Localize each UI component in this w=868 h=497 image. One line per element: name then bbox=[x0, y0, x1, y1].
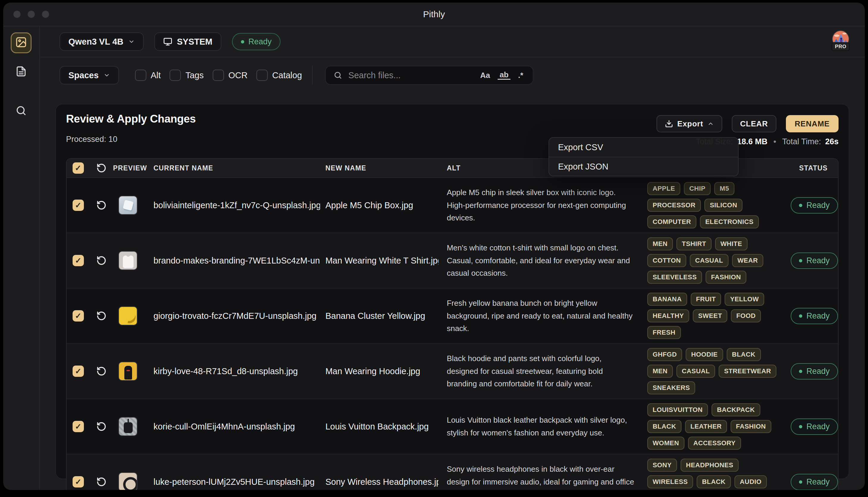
preview-thumbnail bbox=[118, 362, 138, 381]
rename-label: RENAME bbox=[795, 119, 830, 128]
table-row[interactable]: giorgio-trovato-fczCr7MdE7U-unsplash.jpg… bbox=[67, 288, 838, 343]
table-row[interactable]: brando-makes-branding-7WE1LbSc4zM-un... … bbox=[67, 232, 838, 288]
clear-label: CLEAR bbox=[740, 119, 768, 128]
tag-chip: FASHION bbox=[706, 271, 746, 284]
search-input[interactable] bbox=[348, 71, 472, 80]
row-refresh-button[interactable] bbox=[90, 311, 113, 321]
select-all-checkbox[interactable] bbox=[73, 162, 84, 174]
refresh-icon bbox=[96, 422, 106, 431]
filter-label: Catalog bbox=[272, 71, 302, 80]
refresh-all-button[interactable] bbox=[90, 163, 113, 173]
tag-chip: MEN bbox=[647, 237, 673, 251]
row-refresh-button[interactable] bbox=[90, 200, 113, 210]
current-name: brando-makes-branding-7WE1LbSc4zM-un... bbox=[148, 256, 320, 266]
column-header-preview: PREVIEW bbox=[113, 164, 148, 172]
row-refresh-button[interactable] bbox=[90, 422, 113, 431]
table-row[interactable]: korie-cull-OmlEij4MhnA-unsplash.jpg Loui… bbox=[67, 399, 838, 454]
export-menu-item[interactable]: Export JSON bbox=[549, 157, 738, 176]
refresh-icon bbox=[96, 311, 106, 321]
new-name: Apple M5 Chip Box.jpg bbox=[320, 200, 439, 210]
refresh-icon bbox=[96, 366, 106, 376]
sidebar-item-images[interactable] bbox=[11, 32, 31, 53]
tag-chip: COTTON bbox=[647, 254, 686, 267]
filter-tags[interactable]: Tags bbox=[170, 70, 203, 81]
export-button[interactable]: Export bbox=[656, 115, 722, 132]
filter-checkbox[interactable] bbox=[256, 70, 268, 81]
status-badge: Ready bbox=[791, 308, 838, 324]
model-status-label: Ready bbox=[248, 37, 272, 46]
row-checkbox[interactable] bbox=[73, 255, 84, 266]
new-name: Sony Wireless Headphones.jpg bbox=[320, 477, 439, 487]
tag-chip: HEADPHONES bbox=[681, 459, 739, 472]
table-body: boliviainteligente-1kZf_nv7c-Q-unsplash.… bbox=[67, 178, 838, 490]
row-checkbox[interactable] bbox=[73, 421, 84, 432]
status-dot-icon bbox=[799, 425, 802, 428]
tag-list: GHFGDHOODIEBLACKMENCASUALSTREETWEARSNEAK… bbox=[647, 348, 783, 394]
tag-chip: FRESH bbox=[647, 326, 681, 339]
filter-catalog[interactable]: Catalog bbox=[256, 70, 302, 81]
status-dot-icon bbox=[799, 204, 802, 207]
filter-alt[interactable]: Alt bbox=[135, 70, 161, 81]
window-title: Pithly bbox=[3, 9, 865, 19]
stats-separator: • bbox=[772, 137, 778, 146]
table-row[interactable]: boliviainteligente-1kZf_nv7c-Q-unsplash.… bbox=[67, 178, 838, 232]
tag-list: MENTSHIRTWHITECOTTONCASUALWEARSLEEVELESS… bbox=[647, 237, 783, 284]
total-time-value: 26s bbox=[825, 137, 839, 146]
export-menu-item[interactable]: Export CSV bbox=[549, 138, 738, 157]
alt-text: Louis Vuitton black leather backpack wit… bbox=[439, 414, 647, 439]
match-word-toggle[interactable]: ab bbox=[498, 71, 510, 80]
table-row[interactable]: kirby-love-48-R71Sd_d8-unsplash.jpg Man … bbox=[67, 343, 838, 399]
filter-checkbox[interactable] bbox=[135, 70, 146, 81]
filter-checkbox[interactable] bbox=[213, 70, 224, 81]
tag-chip: HOODIE bbox=[686, 348, 723, 361]
match-case-toggle[interactable]: Aa bbox=[478, 71, 492, 80]
filter-ocr[interactable]: OCR bbox=[213, 70, 247, 81]
review-table: PREVIEW CURRENT NAME NEW NAME ALT STATUS… bbox=[66, 158, 839, 490]
column-header-new-name: NEW NAME bbox=[320, 164, 439, 172]
row-checkbox[interactable] bbox=[73, 476, 84, 487]
status-dot-icon bbox=[799, 480, 802, 484]
sidebar-item-search[interactable] bbox=[11, 101, 31, 122]
system-button[interactable]: SYSTEM bbox=[154, 32, 221, 51]
row-checkbox[interactable] bbox=[73, 310, 84, 322]
rename-button[interactable]: RENAME bbox=[786, 115, 839, 132]
current-name: luke-peterson-lUMj2Zv5HUE-unsplash.jpg bbox=[148, 477, 320, 487]
spaces-select-label: Spaces bbox=[68, 71, 99, 80]
chevron-down-icon bbox=[103, 72, 110, 79]
row-refresh-button[interactable] bbox=[90, 477, 113, 487]
sidebar-item-documents[interactable] bbox=[11, 61, 31, 82]
spaces-select-button[interactable]: Spaces bbox=[59, 66, 119, 84]
pro-badge: PRO bbox=[831, 42, 850, 51]
row-refresh-button[interactable] bbox=[90, 255, 113, 266]
column-header-current-name: CURRENT NAME bbox=[148, 164, 320, 172]
regex-toggle[interactable]: .* bbox=[516, 71, 525, 80]
preview-thumbnail bbox=[118, 306, 138, 325]
sidebar bbox=[3, 27, 40, 490]
status-dot-icon bbox=[241, 40, 244, 43]
tag-chip: WHITE bbox=[715, 237, 748, 251]
filter-label: Alt bbox=[151, 71, 161, 80]
download-icon bbox=[665, 119, 673, 128]
alt-text: Apple M5 chip in sleek silver box with i… bbox=[439, 186, 647, 225]
status-label: Ready bbox=[807, 422, 830, 431]
tag-chip: AUDIO bbox=[735, 475, 767, 488]
clear-button[interactable]: CLEAR bbox=[732, 115, 777, 132]
row-refresh-button[interactable] bbox=[90, 366, 113, 376]
tag-chip: BANANA bbox=[647, 293, 687, 306]
page-title: Review & Apply Changes bbox=[66, 113, 196, 125]
table-row[interactable]: luke-peterson-lUMj2Zv5HUE-unsplash.jpg S… bbox=[67, 454, 838, 490]
new-name: Banana Cluster Yellow.jpg bbox=[320, 311, 439, 321]
tag-list: BANANAFRUITYELLOWHEALTHYSWEETFOODFRESH bbox=[647, 293, 783, 339]
row-checkbox[interactable] bbox=[73, 200, 84, 211]
status-badge: Ready bbox=[791, 363, 838, 380]
tag-chip: HEALTHY bbox=[647, 309, 689, 323]
tag-chip: PROCESSOR bbox=[647, 199, 701, 212]
filter-checkbox[interactable] bbox=[170, 70, 181, 81]
tag-list: SONYHEADPHONESWIRELESSBLACKAUDIOGAMINGOF… bbox=[647, 459, 783, 490]
account-area: PRO bbox=[832, 30, 849, 53]
row-checkbox[interactable] bbox=[73, 366, 84, 377]
tag-list: APPLECHIPM5PROCESSORSILICONCOMPUTERELECT… bbox=[647, 182, 783, 228]
model-select-button[interactable]: Qwen3 VL 4B bbox=[59, 32, 144, 51]
tag-chip: SONY bbox=[647, 459, 677, 472]
tag-list: LOUISVUITTONBACKPACKBLACKLEATHERFASHIONW… bbox=[647, 403, 783, 450]
